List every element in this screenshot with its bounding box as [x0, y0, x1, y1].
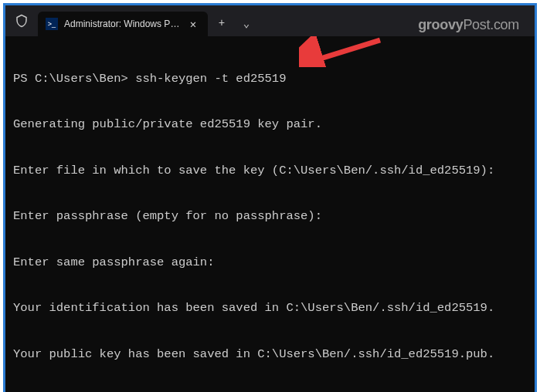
tab-powershell[interactable]: >_ Administrator: Windows Powe ✕	[38, 12, 208, 36]
window-frame: >_ Administrator: Windows Powe ✕ + ⌄ gro…	[3, 3, 537, 392]
svg-line-0	[313, 40, 380, 61]
titlebar: >_ Administrator: Windows Powe ✕ + ⌄ gro…	[5, 5, 535, 36]
tab-dropdown-button[interactable]: ⌄	[236, 12, 257, 34]
tab-title: Administrator: Windows Powe	[64, 19, 180, 29]
annotation-arrow-icon	[299, 36, 384, 67]
terminal-line: PS C:\Users\Ben> ssh-keygen -t ed25519	[13, 72, 527, 87]
shield-icon	[15, 14, 29, 28]
watermark: groovyPost.com	[418, 17, 519, 33]
new-tab-button[interactable]: +	[211, 12, 233, 34]
terminal-line: Enter same passphrase again:	[13, 255, 527, 271]
terminal-line: Generating public/private ed25519 key pa…	[13, 117, 527, 133]
terminal-line: Your identification has been saved in C:…	[13, 301, 527, 316]
terminal-area[interactable]: PS C:\Users\Ben> ssh-keygen -t ed25519 G…	[5, 36, 535, 392]
close-icon[interactable]: ✕	[186, 17, 200, 31]
terminal-line: Your public key has been saved in C:\Use…	[13, 347, 527, 363]
powershell-icon: >_	[46, 18, 58, 30]
terminal-line: Enter file in which to save the key (C:\…	[13, 164, 527, 179]
terminal-line: Enter passphrase (empty for no passphras…	[13, 209, 527, 225]
